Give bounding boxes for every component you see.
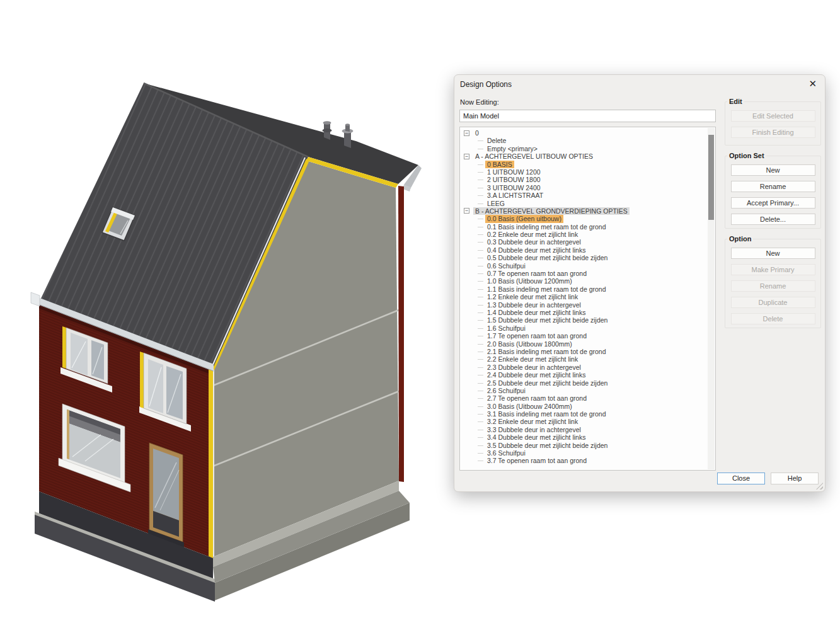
collapse-expander-icon[interactable]: − <box>464 208 469 214</box>
tree-item-label: A - ACHTERGEVEL UITBOUW OPTIES <box>473 152 595 160</box>
option-set-rename-button[interactable]: Rename <box>731 181 815 192</box>
tree-connector <box>478 359 483 360</box>
tree-item[interactable]: 2.4 Dubbele deur met zijlicht links <box>460 371 707 379</box>
tree-item[interactable]: 2.7 Te openen raam tot aan grond <box>460 394 707 402</box>
tree-item-label: 0.4 Dubbele deur met zijlicht links <box>485 246 587 254</box>
close-button[interactable]: Close <box>717 472 765 484</box>
option-set-delete-button[interactable]: Delete... <box>731 214 815 225</box>
edit-selected-button: Edit Selected <box>731 110 815 122</box>
tree-item[interactable]: 1.7 Te openen raam tot aan grond <box>460 332 707 340</box>
tree-item[interactable]: 0.5 Dubbele deur met zijlicht beide zijd… <box>460 254 707 261</box>
tree-item[interactable]: 2.6 Schuifpui <box>460 387 707 394</box>
tree-item[interactable]: Empty <primary> <box>460 145 707 152</box>
tree-connector <box>478 203 483 204</box>
tree-item-label: 0.7 Te openen raam tot aan grond <box>485 270 589 277</box>
dialog-right-panel: Edit Edit SelectedFinish Editing Option … <box>725 75 821 478</box>
option-set-new-button[interactable]: New <box>731 164 815 176</box>
option-delete-button: Delete <box>731 313 815 324</box>
tree-item-label: 1.7 Te openen raam tot aan grond <box>485 332 589 340</box>
tree-connector <box>478 305 483 306</box>
help-button[interactable]: Help <box>771 472 819 484</box>
tree-item[interactable]: 3.1 Basis indeling met raam tot de grond <box>460 410 707 418</box>
accept-primary-button[interactable]: Accept Primary... <box>731 197 815 209</box>
tree-item[interactable]: 1 UITBOUW 1200 <box>460 168 707 176</box>
collapse-expander-icon[interactable]: − <box>464 154 469 159</box>
tree-item[interactable]: 3.2 Enkele deur met zijlicht link <box>460 418 707 425</box>
tree-item[interactable]: −0 <box>460 129 707 137</box>
tree-item[interactable]: 1.4 Dubbele deur met zijlicht links <box>460 309 707 316</box>
tree-item[interactable]: 2.2 Enkele deur met zijlicht link <box>460 355 707 363</box>
collapse-expander-icon[interactable]: − <box>464 130 469 136</box>
tree-item-label: 0.6 Schuifpui <box>485 262 527 270</box>
scrollbar-thumb[interactable] <box>708 135 714 220</box>
tree-item[interactable]: 0 BASIS <box>460 161 707 168</box>
option-new-button[interactable]: New <box>731 248 815 259</box>
tree-item[interactable]: 3.4 Dubbele deur met zijlicht links <box>460 433 707 441</box>
tree-connector <box>478 172 483 173</box>
tree-item[interactable]: 2 UITBOUW 1800 <box>460 176 707 183</box>
tree-item[interactable]: 1.2 Enkele deur met zijlicht link <box>460 293 707 301</box>
tree-item-label: 1.6 Schuifpui <box>485 324 527 332</box>
tree-connector <box>478 227 483 227</box>
now-editing-label: Now Editing: <box>460 98 499 106</box>
tree-item[interactable]: 0.0 Basis (Geen uitbouw) <box>460 215 707 222</box>
tree-item-label: 3.0 Basis (Uitbouw 2400mm) <box>485 403 574 410</box>
tree-connector <box>478 336 483 336</box>
tree-item-label: 3.3 Dubbele deur in achtergevel <box>485 426 583 433</box>
tree-item[interactable]: 0.6 Schuifpui <box>460 262 707 270</box>
tree-item[interactable]: −B - ACHTERGEVEL GRONDVERDIEPING OPTIES <box>460 207 707 215</box>
tree-item-label: 2.4 Dubbele deur met zijlicht links <box>485 371 587 379</box>
tree-item[interactable]: 2.3 Dubbele deur in achtergevel <box>460 364 707 371</box>
tree-item[interactable]: 0.2 Enkele deur met zijlicht link <box>460 231 707 238</box>
tree-item-label: 3.A LICHTSTRAAT <box>485 192 545 199</box>
tree-item-label: 2.7 Te openen raam tot aan grond <box>485 394 589 402</box>
tree-item-label: 3.7 Te openen raam tot aan grond <box>485 457 589 464</box>
tree-item-label: 2.6 Schuifpui <box>485 387 527 394</box>
tree-connector <box>478 266 483 266</box>
tree-item-label: 1.0 Basis (Uitbouw 1200mm) <box>485 277 574 285</box>
tree-item[interactable]: 3.6 Schuifpui <box>460 449 707 457</box>
tree-item[interactable]: 0.3 Dubbele deur in achtergevel <box>460 238 707 246</box>
tree-item-label: 1 UITBOUW 1200 <box>485 168 543 176</box>
tree-connector <box>478 383 483 384</box>
tree-item[interactable]: 3.5 Dubbele deur met zijlicht beide zijd… <box>460 442 707 449</box>
tree-item[interactable]: LEEG <box>460 200 707 207</box>
tree-item[interactable]: 2.0 Basis (Uitbouw 1800mm) <box>460 340 707 348</box>
tree-connector <box>478 188 483 188</box>
tree-connector <box>478 445 483 446</box>
tree-connector <box>478 250 483 251</box>
tree-item[interactable]: 1.0 Basis (Uitbouw 1200mm) <box>460 277 707 285</box>
tree-connector <box>478 234 483 235</box>
tree-item[interactable]: 3.3 Dubbele deur in achtergevel <box>460 426 707 433</box>
tree-item[interactable]: 3 UITBOUW 2400 <box>460 184 707 192</box>
tree-item-label: 2.0 Basis (Uitbouw 1800mm) <box>485 340 574 348</box>
tree-connector <box>478 461 483 461</box>
tree-item[interactable]: −A - ACHTERGEVEL UITBOUW OPTIES <box>460 152 707 160</box>
design-options-dialog: Design Options ✕ Now Editing: Main Model… <box>454 74 826 492</box>
tree-item[interactable]: 0.1 Basis indeling met raam tot de grond <box>460 223 707 231</box>
option-rename-button: Rename <box>731 280 815 292</box>
tree-item[interactable]: 1.3 Dubbele deur in achtergevel <box>460 301 707 309</box>
tree-item-label: 0.0 Basis (Geen uitbouw) <box>485 215 563 222</box>
tree-item-label: 3.6 Schuifpui <box>485 449 527 457</box>
tree-item[interactable]: 0.7 Te openen raam tot aan grond <box>460 270 707 277</box>
tree-item[interactable]: 1.5 Dubbele deur met zijlicht beide zijd… <box>460 316 707 324</box>
tree-item-label: 2.3 Dubbele deur in achtergevel <box>485 364 583 371</box>
tree-connector <box>478 164 483 165</box>
tree-connector <box>478 149 483 149</box>
dialog-title: Design Options <box>460 80 512 89</box>
tree-item[interactable]: 3.7 Te openen raam tot aan grond <box>460 457 707 464</box>
tree-item[interactable]: 3.A LICHTSTRAAT <box>460 192 707 199</box>
tree-connector <box>478 258 483 258</box>
tree-item[interactable]: 3.0 Basis (Uitbouw 2400mm) <box>460 403 707 410</box>
tree-connector <box>478 414 483 415</box>
tree-item[interactable]: 1.1 Basis indeling met raam tot de grond <box>460 285 707 293</box>
tree-item[interactable]: 2.5 Dubbele deur met zijlicht beide zijd… <box>460 379 707 387</box>
tree-item[interactable]: 2.1 Basis indeling met raam tot de grond <box>460 348 707 355</box>
tree-item[interactable]: 1.6 Schuifpui <box>460 324 707 332</box>
tree-item[interactable]: Delete <box>460 137 707 144</box>
tree-scrollbar[interactable] <box>708 128 715 469</box>
tree-item[interactable]: 0.4 Dubbele deur met zijlicht links <box>460 246 707 254</box>
now-editing-field[interactable]: Main Model <box>459 110 716 122</box>
tree-item-label: 1.4 Dubbele deur met zijlicht links <box>485 309 587 316</box>
